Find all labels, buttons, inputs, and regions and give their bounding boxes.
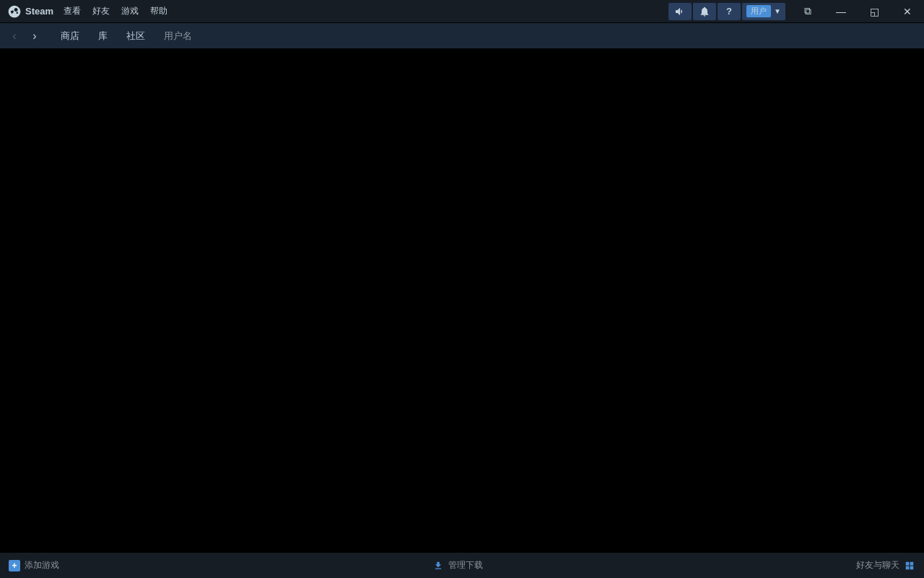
- help-icon-btn[interactable]: ?: [718, 3, 741, 20]
- status-bar: + 添加游戏 管理下载 好友与聊天: [0, 552, 924, 578]
- nav-tab-community[interactable]: 社区: [118, 27, 154, 46]
- steam-icon: [7, 4, 22, 19]
- back-arrow-icon: ‹: [12, 30, 16, 43]
- friends-grid-icon: [904, 560, 915, 571]
- menu-item-view[interactable]: 查看: [58, 0, 87, 23]
- menu-item-friends[interactable]: 好友: [87, 0, 116, 23]
- maximize-btn[interactable]: ◱: [858, 0, 891, 23]
- maximize-icon: ◱: [870, 6, 879, 17]
- minimize-btn[interactable]: —: [824, 0, 858, 23]
- nav-tab-user[interactable]: 用户名: [155, 27, 201, 46]
- back-button[interactable]: ‹: [6, 27, 23, 45]
- main-content: [0, 49, 924, 552]
- steam-logo: Steam: [3, 4, 58, 19]
- notification-icon: [699, 6, 710, 17]
- manage-downloads-section[interactable]: 管理下载: [432, 559, 483, 571]
- friends-chat-label: 好友与聊天: [856, 559, 899, 571]
- app-name: Steam: [25, 6, 53, 17]
- user-name: 用户: [746, 5, 771, 17]
- menu-item-games[interactable]: 游戏: [116, 0, 144, 23]
- menu-item-help[interactable]: 帮助: [144, 0, 173, 23]
- chevron-down-icon: ▼: [774, 7, 781, 15]
- nav-bar: ‹ › 商店 库 社区 用户名: [0, 23, 924, 49]
- manage-downloads-label: 管理下载: [448, 559, 483, 571]
- forward-arrow-icon: ›: [32, 30, 36, 43]
- title-bar-left: Steam 查看 好友 游戏 帮助: [3, 0, 173, 23]
- forward-button[interactable]: ›: [26, 27, 43, 45]
- friends-chat-section[interactable]: 好友与聊天: [856, 559, 915, 571]
- announcement-icon: [674, 6, 686, 17]
- restore-icon: ⧉: [804, 5, 811, 17]
- title-bar-icons: ? 用户 ▼: [668, 3, 785, 20]
- minimize-icon: —: [836, 6, 846, 17]
- restore-btn[interactable]: ⧉: [791, 0, 824, 23]
- nav-tabs: 商店 库 社区 用户名: [52, 27, 201, 46]
- help-icon: ?: [726, 6, 732, 17]
- nav-tab-store[interactable]: 商店: [52, 27, 88, 46]
- menu-bar: 查看 好友 游戏 帮助: [58, 0, 173, 23]
- close-icon: ✕: [903, 6, 912, 17]
- plus-icon: +: [9, 560, 20, 571]
- download-icon: [432, 560, 444, 571]
- close-btn[interactable]: ✕: [891, 0, 924, 23]
- nav-tab-library[interactable]: 库: [90, 27, 116, 46]
- add-game-section[interactable]: + 添加游戏: [9, 559, 59, 571]
- title-bar: Steam 查看 好友 游戏 帮助 ? 用户: [0, 0, 924, 23]
- add-game-label: 添加游戏: [25, 559, 59, 571]
- title-bar-right: ? 用户 ▼ ⧉ — ◱ ✕: [668, 0, 924, 23]
- notification-icon-btn[interactable]: [693, 3, 716, 20]
- announcement-icon-btn[interactable]: [668, 3, 692, 20]
- user-button[interactable]: 用户 ▼: [742, 3, 785, 20]
